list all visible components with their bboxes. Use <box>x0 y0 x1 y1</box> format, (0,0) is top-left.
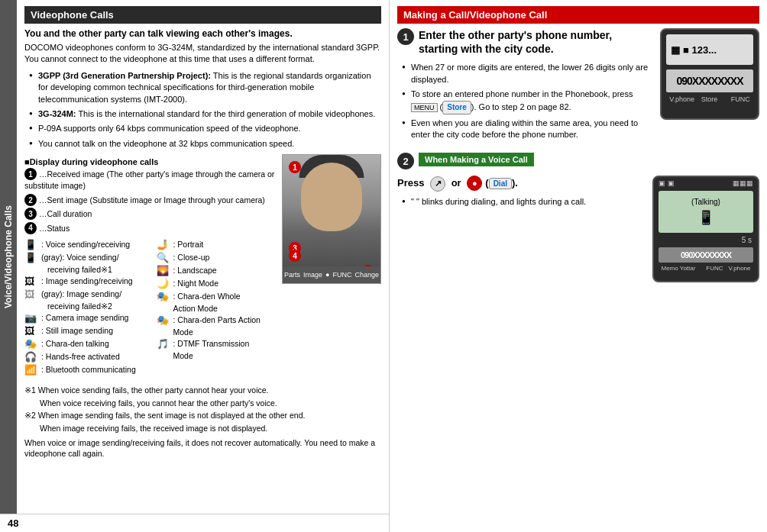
note-1a: ※1 When voice sending fails, the other p… <box>24 385 381 396</box>
step1-phone: ▦ ■ 123... 090XXXXXXXX V.phone Store FUN… <box>660 28 759 145</box>
dial-btn: Dial <box>489 178 512 189</box>
icon-columns: 📱: Voice sending/receiving 📱(gray): Voic… <box>24 237 276 377</box>
bold-intro: You and the other party can talk viewing… <box>24 28 381 39</box>
or-label: or <box>451 177 461 189</box>
voice-icon: 📱 <box>24 239 38 250</box>
chara-parts-icon: 🎭 <box>157 314 170 326</box>
step1-screen: ▦ ■ 123... 090XXXXXXXX V.phone Store FUN… <box>660 28 759 120</box>
step2-text-area: Press ↗ or ●(Dial). " " blinks during di… <box>397 176 646 212</box>
image-gray-icon: 🖼 <box>24 289 38 300</box>
icon-row-closeup: 🔍: Close-up <box>157 252 277 263</box>
bullet-64kbps: P-09A supports only 64 kbps communicatio… <box>29 121 381 136</box>
still-icon: 🖼 <box>24 325 38 337</box>
step2-container: 2 When Making a Voice Call Press ↗ or ●(… <box>397 153 759 282</box>
step1-bottom-labels: V.phone Store FUNC <box>666 95 753 103</box>
step2-talking-label: (Talking) <box>691 198 720 206</box>
step1-bullet-1: When 27 or more digits are entered, the … <box>402 60 654 87</box>
call-button-icon[interactable]: ↗ <box>430 176 445 192</box>
note-auto: When voice or image sending/receiving fa… <box>24 437 381 459</box>
chara-icon: 🎭 <box>24 338 38 350</box>
bullet-3g324m-text: This is the international standard for t… <box>78 109 375 118</box>
right-panel: Making a Call/Videophone Call 1 Enter th… <box>390 0 767 532</box>
right-body: Making a Call/Videophone Call 1 Enter th… <box>390 0 767 532</box>
sidebar-label: Voice/Videophone Calls <box>0 0 17 514</box>
left-section-header: Videophone Calls <box>24 6 381 24</box>
closeup-icon: 🔍 <box>157 252 170 263</box>
display-items: 1 …Received image (The other party's ima… <box>24 168 276 234</box>
bullets-list: 3GPP (3rd Generation Partnership Project… <box>29 69 381 151</box>
icon-row-dtmf2: Mode <box>157 351 277 360</box>
icon-row-image: 🖼: Image sending/receiving <box>24 276 144 287</box>
main-container: Voice/Videophone Calls Videophone Calls … <box>0 0 767 532</box>
step1-label-vphone: V.phone <box>669 95 694 103</box>
left-body: Videophone Calls You and the other party… <box>17 0 389 514</box>
portrait-icon: 🤳 <box>157 239 170 250</box>
img-marker-4: 4 <box>289 250 301 262</box>
face-area <box>301 163 362 231</box>
right-section-header: Making a Call/Videophone Call <box>397 6 759 24</box>
dtmf-icon: 🎵 <box>157 338 170 350</box>
display-item-2: 2 …Sent image (Substitute image or Image… <box>24 194 276 206</box>
bluetooth-icon: 📶 <box>24 364 38 376</box>
step2-status-bar: ▣ ▣ ▦▦▦ <box>654 177 758 189</box>
bullet-3gpp: 3GPP (3rd Generation Partnership Project… <box>29 69 381 107</box>
step2-bullets: " " blinks during dialing, and lights du… <box>402 195 646 209</box>
step2-status-right: ▦▦▦ <box>733 179 753 187</box>
icon-row-handsfree: 🎧: Hands-free activated <box>24 351 144 363</box>
icon-row-voice-fail: receiving failed※1 <box>24 265 144 274</box>
step1-bullets: When 27 or more digits are entered, the … <box>402 60 654 142</box>
display-item-1: 1 …Received image (The other party's ima… <box>24 168 276 192</box>
step1-phone-display: ■ 123... <box>683 44 717 56</box>
step1-title: Enter the other party's phone number, st… <box>419 28 654 56</box>
step1-label-func: FUNC <box>731 95 750 103</box>
page-number: 48 <box>0 514 389 532</box>
step1-bullet-2: To store an entered phone number in the … <box>402 87 654 115</box>
step2-label-vphone: V.phone <box>728 265 750 272</box>
icon-row-dtmf: 🎵: DTMF Transmission <box>157 338 277 350</box>
marker-2: 2 <box>24 194 37 206</box>
icon-row-bluetooth: 📶: Bluetooth communicating <box>24 364 144 376</box>
notes-section: ※1 When voice sending fails, the other p… <box>24 385 381 459</box>
note-2a: ※2 When image sending fails, the sent im… <box>24 410 381 421</box>
icon-row-portrait: 🤳: Portrait <box>157 239 277 250</box>
step2-status-left: ▣ ▣ <box>659 179 675 187</box>
red-button-icon[interactable]: ● <box>467 176 482 191</box>
icon-row-still: 🖼: Still image sending <box>24 325 144 337</box>
step2-bullet-1: " " blinks during dialing, and lights du… <box>402 195 646 209</box>
step1-screen-top: ▦ ■ 123... <box>666 34 753 65</box>
step1-header: 1 Enter the other party's phone number, … <box>397 28 654 56</box>
bullet-3g324m-header: 3G-324M: <box>38 109 76 118</box>
step1-container: 1 Enter the other party's phone number, … <box>397 28 759 145</box>
step2-bottom-labels: Memo Yottar FUNC V.phone <box>659 265 753 272</box>
landscape-icon: 🌄 <box>157 265 170 276</box>
step2-screen: ▣ ▣ ▦▦▦ (Talking) 📱 5 s 090XX <box>652 176 759 282</box>
display-item-3: 3 …Call duration <box>24 208 276 220</box>
step1-bullet-3: Even when you are dialing within the sam… <box>402 116 654 143</box>
icon-col-left: 📱: Voice sending/receiving 📱(gray): Voic… <box>24 237 144 377</box>
screen-icon: ▦ <box>671 44 680 56</box>
press-row: Press ↗ or ●(Dial). <box>397 176 646 192</box>
bullet-32kbps-text: You cannot talk on the videophone at 32 … <box>38 139 294 148</box>
screen-bottom-bar: Parts Image ● FUNC Change <box>283 266 380 283</box>
handsfree-icon: 🎧 <box>24 351 38 363</box>
bullet-64kbps-text: P-09A supports only 64 kbps communicatio… <box>38 124 301 133</box>
screen-inner <box>283 155 380 283</box>
videophone-screen-image: 1 3 4 2 Parts Image ● FUNC Change <box>282 154 381 284</box>
store-btn: Store <box>442 101 471 114</box>
left-content: Voice/Videophone Calls Videophone Calls … <box>0 0 389 514</box>
step2-timer: 5 s <box>654 234 758 246</box>
step2-screen-mid: (Talking) 📱 <box>659 191 753 233</box>
voice-gray-icon: 📱 <box>24 252 38 263</box>
bullet-32kbps: You cannot talk on the videophone at 32 … <box>29 137 381 151</box>
icon-row-chara-whole: 🎭: Chara-den Whole <box>157 291 277 302</box>
night-icon: 🌙 <box>157 278 170 289</box>
step2-phone-icon: 📱 <box>697 209 714 226</box>
step2-phone-number: 090XXXXXXXX <box>659 247 753 263</box>
step2-label-memo: Memo Yottar <box>661 265 695 272</box>
note-2b: When image receiving fails, the received… <box>24 423 381 434</box>
icon-row-night: 🌙: Night Mode <box>157 278 277 289</box>
icon-row-landscape: 🌄: Landscape <box>157 265 277 276</box>
icon-row-chara: 🎭: Chara-den talking <box>24 338 144 350</box>
step2-row: Press ↗ or ●(Dial). " " blinks during di… <box>397 176 759 282</box>
bullet-3gpp-header: 3GPP (3rd Generation Partnership Project… <box>38 71 211 80</box>
